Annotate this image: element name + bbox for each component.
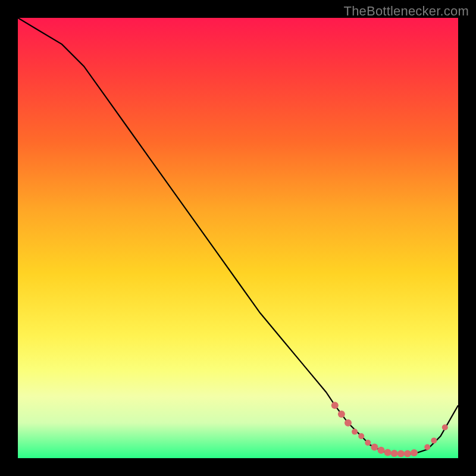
- data-point: [365, 440, 371, 446]
- data-markers: [331, 402, 448, 457]
- data-point: [424, 444, 430, 450]
- data-point: [431, 437, 437, 443]
- data-point: [345, 419, 352, 427]
- data-point: [411, 449, 418, 456]
- data-point: [404, 450, 411, 458]
- data-point: [331, 402, 339, 409]
- data-point: [338, 411, 345, 418]
- data-point: [352, 429, 358, 435]
- curve-line: [18, 18, 458, 454]
- data-point: [397, 450, 405, 458]
- data-point: [371, 444, 378, 451]
- chart-svg: [18, 18, 458, 458]
- data-point: [391, 450, 398, 457]
- data-point: [358, 433, 364, 439]
- data-point: [384, 449, 392, 456]
- plot-area: [18, 18, 458, 458]
- data-point: [442, 424, 448, 430]
- attribution-label: TheBottlenecker.com: [344, 4, 469, 19]
- chart-frame: TheBottlenecker.com: [0, 0, 476, 476]
- data-point: [378, 447, 385, 454]
